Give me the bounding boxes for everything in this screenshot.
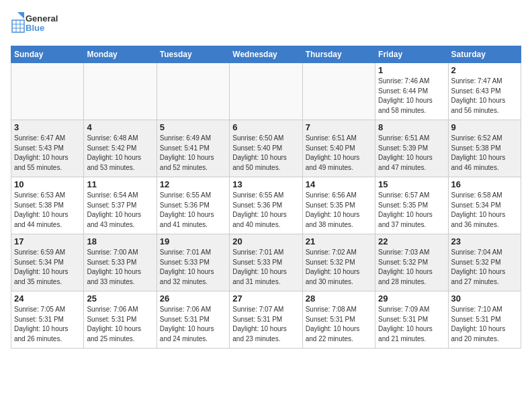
day-number: 27 xyxy=(232,293,299,304)
calendar-day-cell: 14Sunrise: 6:56 AM Sunset: 5:35 PM Dayli… xyxy=(302,177,375,234)
day-number: 30 xyxy=(451,293,518,304)
day-number: 29 xyxy=(378,293,445,304)
weekday-header-cell: Thursday xyxy=(302,46,375,63)
weekday-header-cell: Tuesday xyxy=(157,46,229,63)
calendar-day-cell: 15Sunrise: 6:57 AM Sunset: 5:35 PM Dayli… xyxy=(375,177,448,234)
calendar-day-cell: 20Sunrise: 7:01 AM Sunset: 5:33 PM Dayli… xyxy=(230,234,302,291)
svg-marker-2 xyxy=(17,12,24,19)
day-info: Sunrise: 6:50 AM Sunset: 5:40 PM Dayligh… xyxy=(232,134,299,173)
calendar-day-cell: 12Sunrise: 6:55 AM Sunset: 5:36 PM Dayli… xyxy=(157,177,229,234)
calendar-day-cell: 25Sunrise: 7:06 AM Sunset: 5:31 PM Dayli… xyxy=(84,291,157,349)
calendar-day-cell xyxy=(230,63,302,120)
calendar-day-cell xyxy=(11,63,84,120)
weekday-header-cell: Monday xyxy=(84,46,157,63)
calendar-day-cell: 11Sunrise: 6:54 AM Sunset: 5:37 PM Dayli… xyxy=(84,177,157,234)
day-number: 18 xyxy=(87,236,153,246)
calendar-day-cell xyxy=(157,63,229,120)
logo: General Blue xyxy=(11,11,71,38)
day-info: Sunrise: 6:55 AM Sunset: 5:36 PM Dayligh… xyxy=(160,191,226,230)
day-number: 24 xyxy=(14,293,81,304)
calendar-body: 1Sunrise: 7:46 AM Sunset: 6:44 PM Daylig… xyxy=(11,63,521,349)
calendar-week-row: 10Sunrise: 6:53 AM Sunset: 5:38 PM Dayli… xyxy=(11,177,521,234)
day-number: 10 xyxy=(14,179,81,189)
day-number: 15 xyxy=(378,179,445,189)
day-number: 25 xyxy=(87,293,153,304)
calendar-day-cell: 16Sunrise: 6:58 AM Sunset: 5:34 PM Dayli… xyxy=(448,177,521,234)
svg-rect-3 xyxy=(12,20,24,32)
svg-text:Blue: Blue xyxy=(26,23,44,33)
day-info: Sunrise: 6:48 AM Sunset: 5:42 PM Dayligh… xyxy=(87,134,153,173)
day-info: Sunrise: 7:02 AM Sunset: 5:32 PM Dayligh… xyxy=(306,248,372,287)
day-info: Sunrise: 7:00 AM Sunset: 5:33 PM Dayligh… xyxy=(87,248,153,287)
calendar-day-cell: 26Sunrise: 7:06 AM Sunset: 5:31 PM Dayli… xyxy=(157,291,229,349)
weekday-header-cell: Sunday xyxy=(11,46,84,63)
calendar-day-cell: 10Sunrise: 6:53 AM Sunset: 5:38 PM Dayli… xyxy=(11,177,84,234)
calendar-day-cell: 2Sunrise: 7:47 AM Sunset: 6:43 PM Daylig… xyxy=(448,63,521,120)
day-number: 23 xyxy=(451,236,518,246)
day-info: Sunrise: 6:47 AM Sunset: 5:43 PM Dayligh… xyxy=(14,134,81,173)
day-number: 19 xyxy=(160,236,226,246)
page-header: General Blue xyxy=(11,11,521,38)
day-number: 28 xyxy=(306,293,372,304)
calendar-day-cell: 29Sunrise: 7:09 AM Sunset: 5:31 PM Dayli… xyxy=(375,291,448,349)
day-number: 9 xyxy=(451,122,518,132)
calendar-day-cell xyxy=(84,63,157,120)
day-number: 14 xyxy=(306,179,372,189)
day-number: 11 xyxy=(87,179,153,189)
calendar-day-cell: 19Sunrise: 7:01 AM Sunset: 5:33 PM Dayli… xyxy=(157,234,229,291)
day-info: Sunrise: 7:03 AM Sunset: 5:32 PM Dayligh… xyxy=(378,248,445,287)
day-info: Sunrise: 6:54 AM Sunset: 5:37 PM Dayligh… xyxy=(87,191,153,230)
calendar-day-cell: 17Sunrise: 6:59 AM Sunset: 5:34 PM Dayli… xyxy=(11,234,84,291)
day-info: Sunrise: 6:57 AM Sunset: 5:35 PM Dayligh… xyxy=(378,191,445,230)
day-info: Sunrise: 7:10 AM Sunset: 5:31 PM Dayligh… xyxy=(451,305,518,344)
weekday-header-cell: Friday xyxy=(375,46,448,63)
weekday-header-cell: Saturday xyxy=(448,46,521,63)
day-info: Sunrise: 7:06 AM Sunset: 5:31 PM Dayligh… xyxy=(160,305,226,344)
calendar-week-row: 24Sunrise: 7:05 AM Sunset: 5:31 PM Dayli… xyxy=(11,291,521,349)
day-number: 26 xyxy=(160,293,226,304)
day-info: Sunrise: 7:47 AM Sunset: 6:43 PM Dayligh… xyxy=(451,77,518,116)
calendar-day-cell: 30Sunrise: 7:10 AM Sunset: 5:31 PM Dayli… xyxy=(448,291,521,349)
calendar-week-row: 17Sunrise: 6:59 AM Sunset: 5:34 PM Dayli… xyxy=(11,234,521,291)
calendar-day-cell: 6Sunrise: 6:50 AM Sunset: 5:40 PM Daylig… xyxy=(230,120,302,177)
day-info: Sunrise: 7:05 AM Sunset: 5:31 PM Dayligh… xyxy=(14,305,81,344)
svg-text:General: General xyxy=(26,13,58,24)
day-info: Sunrise: 7:07 AM Sunset: 5:31 PM Dayligh… xyxy=(232,305,299,344)
day-number: 13 xyxy=(232,179,299,189)
day-info: Sunrise: 6:55 AM Sunset: 5:36 PM Dayligh… xyxy=(232,191,299,230)
day-info: Sunrise: 7:01 AM Sunset: 5:33 PM Dayligh… xyxy=(232,248,299,287)
day-info: Sunrise: 7:06 AM Sunset: 5:31 PM Dayligh… xyxy=(87,305,153,344)
day-info: Sunrise: 6:53 AM Sunset: 5:38 PM Dayligh… xyxy=(14,191,81,230)
calendar-day-cell: 5Sunrise: 6:49 AM Sunset: 5:41 PM Daylig… xyxy=(157,120,229,177)
calendar-day-cell: 21Sunrise: 7:02 AM Sunset: 5:32 PM Dayli… xyxy=(302,234,375,291)
day-number: 6 xyxy=(232,122,299,132)
calendar-table: SundayMondayTuesdayWednesdayThursdayFrid… xyxy=(11,46,521,349)
calendar-day-cell: 27Sunrise: 7:07 AM Sunset: 5:31 PM Dayli… xyxy=(230,291,302,349)
calendar-week-row: 3Sunrise: 6:47 AM Sunset: 5:43 PM Daylig… xyxy=(11,120,521,177)
calendar-day-cell: 24Sunrise: 7:05 AM Sunset: 5:31 PM Dayli… xyxy=(11,291,84,349)
day-number: 1 xyxy=(378,65,445,75)
day-info: Sunrise: 6:58 AM Sunset: 5:34 PM Dayligh… xyxy=(451,191,518,230)
calendar-day-cell: 23Sunrise: 7:04 AM Sunset: 5:32 PM Dayli… xyxy=(448,234,521,291)
weekday-header-row: SundayMondayTuesdayWednesdayThursdayFrid… xyxy=(11,46,521,63)
day-info: Sunrise: 6:51 AM Sunset: 5:39 PM Dayligh… xyxy=(378,134,445,173)
calendar-day-cell: 4Sunrise: 6:48 AM Sunset: 5:42 PM Daylig… xyxy=(84,120,157,177)
day-number: 5 xyxy=(160,122,226,132)
calendar-day-cell: 22Sunrise: 7:03 AM Sunset: 5:32 PM Dayli… xyxy=(375,234,448,291)
weekday-header-cell: Wednesday xyxy=(230,46,302,63)
day-info: Sunrise: 6:52 AM Sunset: 5:38 PM Dayligh… xyxy=(451,134,518,173)
day-number: 16 xyxy=(451,179,518,189)
day-info: Sunrise: 7:46 AM Sunset: 6:44 PM Dayligh… xyxy=(378,77,445,116)
day-info: Sunrise: 7:01 AM Sunset: 5:33 PM Dayligh… xyxy=(160,248,226,287)
day-number: 2 xyxy=(451,65,518,75)
day-number: 21 xyxy=(306,236,372,246)
day-info: Sunrise: 7:08 AM Sunset: 5:31 PM Dayligh… xyxy=(306,305,372,344)
calendar-day-cell: 8Sunrise: 6:51 AM Sunset: 5:39 PM Daylig… xyxy=(375,120,448,177)
day-number: 20 xyxy=(232,236,299,246)
day-info: Sunrise: 6:56 AM Sunset: 5:35 PM Dayligh… xyxy=(306,191,372,230)
calendar-day-cell: 9Sunrise: 6:52 AM Sunset: 5:38 PM Daylig… xyxy=(448,120,521,177)
calendar-week-row: 1Sunrise: 7:46 AM Sunset: 6:44 PM Daylig… xyxy=(11,63,521,120)
day-number: 8 xyxy=(378,122,445,132)
day-info: Sunrise: 6:51 AM Sunset: 5:40 PM Dayligh… xyxy=(306,134,372,173)
day-info: Sunrise: 7:09 AM Sunset: 5:31 PM Dayligh… xyxy=(378,305,445,344)
